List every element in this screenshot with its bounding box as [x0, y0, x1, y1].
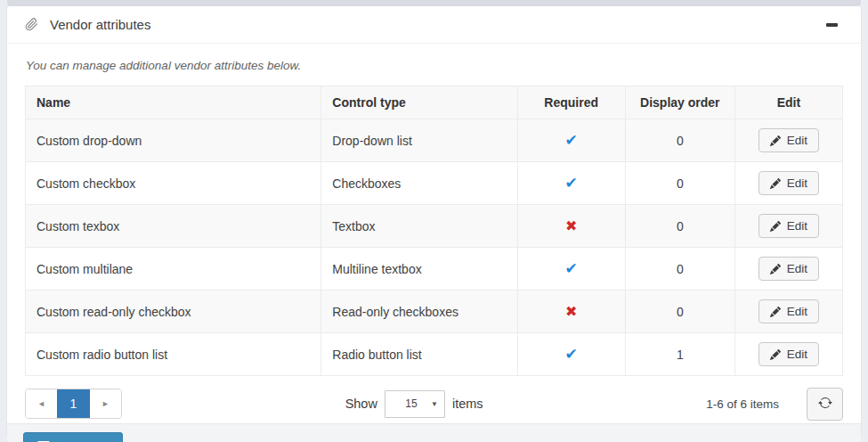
required-true-icon: ✔ — [565, 260, 578, 277]
table-row: Custom radio button list Radio button li… — [26, 333, 843, 376]
cell-control-type: Checkboxes — [321, 162, 517, 205]
vendor-attributes-table: Name Control type Required Display order… — [25, 86, 843, 376]
pager: ◄ 1 ► — [25, 389, 122, 419]
page-size-value: 15 — [392, 397, 431, 410]
page-size-wrap: Show 15 ▼ items — [122, 390, 706, 418]
edit-button[interactable]: Edit — [758, 214, 819, 238]
collapse-panel-button[interactable] — [821, 18, 843, 32]
table-row: Custom read-only checkbox Read-only chec… — [26, 291, 843, 333]
cell-display-order: 0 — [625, 291, 734, 333]
items-label: items — [452, 397, 483, 411]
pager-page-1-button[interactable]: 1 — [57, 389, 90, 418]
table-row: Custom drop-down Drop-down list ✔ 0 Edit — [26, 119, 843, 162]
panel-footer: Add new — [7, 423, 861, 442]
edit-button[interactable]: Edit — [758, 128, 819, 152]
required-true-icon: ✔ — [565, 132, 578, 149]
cell-display-order: 0 — [625, 119, 734, 162]
cell-name: Custom read-only checkbox — [26, 291, 321, 333]
edit-button-label: Edit — [787, 219, 807, 233]
cell-display-order: 0 — [625, 248, 734, 291]
cell-edit: Edit — [734, 119, 842, 162]
pencil-icon — [770, 349, 781, 360]
next-arrow-icon: ► — [101, 399, 110, 408]
table-row: Custom checkbox Checkboxes ✔ 0 Edit — [26, 162, 843, 205]
cell-required: ✖ — [517, 291, 625, 333]
pager-bar: ◄ 1 ► Show 15 ▼ items 1-6 of 6 items — [25, 384, 843, 423]
vendor-attributes-panel: Vendor attributes You can manage additio… — [7, 6, 861, 437]
cell-required: ✔ — [517, 162, 625, 205]
pencil-icon — [770, 307, 781, 317]
cell-name: Custom checkbox — [26, 162, 321, 205]
panel-body: You can manage additional vendor attribu… — [7, 44, 861, 423]
edit-button-label: Edit — [787, 176, 807, 190]
edit-button[interactable]: Edit — [758, 342, 819, 366]
cell-control-type: Read-only checkboxes — [321, 291, 517, 333]
cell-required: ✖ — [517, 205, 625, 248]
pencil-icon — [770, 264, 781, 274]
panel-header: Vendor attributes — [7, 6, 861, 44]
edit-button-label: Edit — [787, 134, 807, 147]
cell-required: ✔ — [517, 333, 625, 376]
page-size-select[interactable]: 15 ▼ — [385, 390, 445, 418]
cell-display-order: 0 — [625, 205, 734, 248]
required-true-icon: ✔ — [565, 175, 578, 192]
hint-text: You can manage additional vendor attribu… — [26, 59, 843, 72]
edit-button[interactable]: Edit — [758, 171, 819, 195]
edit-button-label: Edit — [787, 305, 807, 318]
edit-button[interactable]: Edit — [758, 257, 819, 281]
column-header-name: Name — [26, 86, 321, 119]
cell-edit: Edit — [734, 205, 842, 248]
column-header-display-order: Display order — [625, 86, 734, 119]
edit-button-label: Edit — [787, 262, 807, 275]
add-new-button[interactable]: Add new — [23, 432, 123, 442]
table-row: Custom multilane Multiline textbox ✔ 0 E… — [26, 248, 843, 291]
cell-required: ✔ — [517, 119, 625, 162]
cell-required: ✔ — [517, 248, 625, 291]
edit-button-label: Edit — [787, 348, 807, 361]
cell-name: Custom multilane — [26, 248, 321, 291]
table-row: Custom texbox Textbox ✖ 0 Edit — [26, 205, 843, 248]
panel-title: Vendor attributes — [50, 17, 150, 32]
table-body: Custom drop-down Drop-down list ✔ 0 Edit… — [26, 119, 843, 376]
pager-next-button[interactable]: ► — [90, 389, 121, 418]
cell-display-order: 1 — [625, 333, 734, 376]
edit-button[interactable]: Edit — [758, 299, 819, 323]
required-true-icon: ✔ — [565, 346, 578, 363]
table-header-row: Name Control type Required Display order… — [26, 86, 843, 119]
pencil-icon — [770, 178, 781, 189]
pencil-icon — [770, 221, 781, 232]
chevron-down-icon: ▼ — [431, 400, 438, 408]
refresh-button[interactable] — [807, 388, 843, 421]
column-header-edit: Edit — [734, 86, 842, 119]
cell-name: Custom texbox — [26, 205, 321, 248]
cell-control-type: Textbox — [321, 205, 517, 248]
show-label: Show — [345, 397, 377, 411]
cell-control-type: Drop-down list — [321, 119, 517, 162]
cell-display-order: 0 — [625, 162, 734, 205]
column-header-required: Required — [517, 86, 625, 119]
column-header-control-type: Control type — [321, 86, 517, 119]
pager-range-text: 1-6 of 6 items — [706, 397, 779, 411]
cell-edit: Edit — [734, 333, 842, 376]
refresh-icon — [818, 396, 832, 413]
cell-edit: Edit — [734, 248, 842, 291]
required-false-icon: ✖ — [565, 218, 577, 233]
cell-control-type: Multiline textbox — [321, 248, 517, 291]
cell-edit: Edit — [734, 162, 842, 205]
cell-name: Custom radio button list — [26, 333, 321, 376]
paperclip-icon — [25, 18, 38, 31]
cell-edit: Edit — [734, 291, 842, 333]
required-false-icon: ✖ — [565, 304, 577, 319]
pager-prev-button[interactable]: ◄ — [26, 389, 57, 418]
prev-arrow-icon: ◄ — [37, 399, 45, 408]
pencil-icon — [770, 135, 781, 146]
cell-control-type: Radio button list — [321, 333, 517, 376]
minus-icon — [826, 23, 838, 27]
cell-name: Custom drop-down — [26, 119, 321, 162]
previous-panel-edge — [7, 0, 861, 6]
